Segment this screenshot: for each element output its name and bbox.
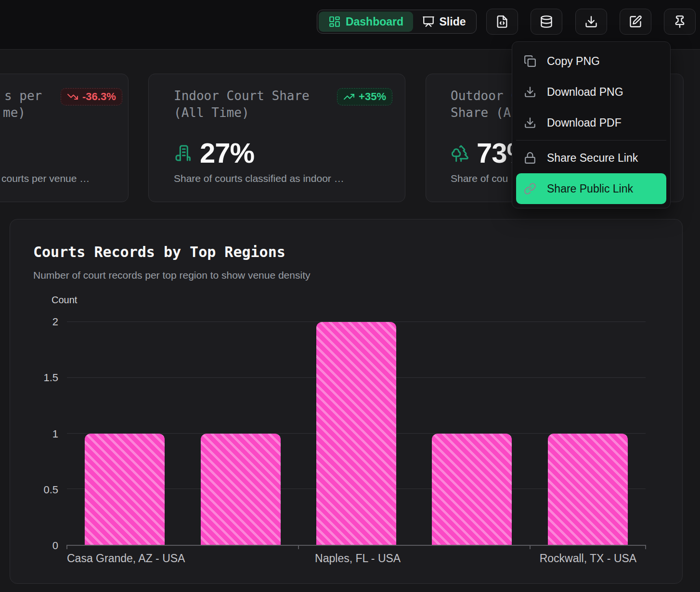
copy-icon — [524, 55, 536, 67]
stat-card-description: Share of courts classified as indoor … — [174, 173, 344, 184]
export-share-menu: Copy PNG Download PNG Download PDF Share… — [512, 41, 671, 208]
tab-slide-label: Slide — [440, 15, 466, 28]
stat-card-title-line1: Indoor Court Share — [174, 88, 310, 104]
tab-dashboard[interactable]: Dashboard — [319, 12, 413, 32]
bar[interactable] — [548, 434, 628, 545]
x-axis-label — [185, 552, 300, 565]
x-axis-label: Casa Grande, AZ - USA — [67, 552, 185, 565]
y-axis-title: Count — [52, 295, 77, 306]
stat-card-description: courts per venue … — [1, 173, 90, 184]
menu-item-label: Share Secure Link — [547, 152, 638, 165]
menu-item-copy-png[interactable]: Copy PNG — [516, 46, 666, 77]
x-axis-labels: Casa Grande, AZ - USANaples, FL - USARoc… — [67, 552, 646, 565]
y-tick-label: 0 — [52, 540, 58, 552]
y-axis-ticks: 00.511.52 — [28, 322, 58, 546]
chart-title: Courts Records by Top Regions — [33, 244, 285, 260]
pin-button[interactable] — [664, 9, 696, 35]
y-tick-label: 0.5 — [43, 484, 58, 496]
plot-wrap: 00.511.52 Casa Grande, AZ - USANaples, F… — [67, 322, 646, 546]
tab-slide[interactable]: Slide — [413, 12, 475, 32]
x-axis-tick — [66, 545, 67, 549]
download-icon — [584, 15, 598, 28]
bar-band — [182, 322, 298, 545]
x-axis-label — [415, 552, 531, 565]
database-button[interactable] — [531, 9, 562, 35]
stat-value: 27% — [200, 137, 254, 169]
square-pen-icon — [629, 15, 642, 28]
menu-item-share-public-link[interactable]: Share Public Link — [516, 173, 666, 204]
menu-item-download-png[interactable]: Download PNG — [516, 77, 666, 107]
x-axis-label: Naples, FL - USA — [300, 552, 415, 565]
pin-icon — [673, 15, 687, 28]
trending-up-icon — [343, 91, 355, 103]
menu-item-label: Download PDF — [547, 116, 622, 129]
database-icon — [540, 15, 553, 28]
file-code-button[interactable] — [486, 9, 518, 35]
building-icon — [174, 143, 193, 163]
bar-band — [530, 322, 646, 545]
trend-badge: -36.3% — [61, 88, 122, 105]
stat-card-title-line2: me) — [3, 104, 26, 121]
x-axis-label: Rockwall, TX - USA — [531, 552, 646, 565]
stat-card-courts-per-venue: s per me) -36.3% courts per venue … — [0, 74, 129, 202]
trend-badge: +35% — [337, 88, 392, 105]
trees-icon — [451, 143, 470, 163]
tab-dashboard-label: Dashboard — [346, 15, 403, 28]
bar[interactable] — [316, 322, 396, 545]
x-axis-tick — [530, 545, 531, 549]
bar[interactable] — [201, 434, 281, 545]
bar[interactable] — [85, 434, 165, 545]
x-axis-tick — [298, 545, 299, 549]
stat-card-description: Share of cou — [451, 173, 508, 184]
chart-card: Courts Records by Top Regions Number of … — [10, 219, 683, 584]
y-tick-label: 1 — [52, 428, 58, 440]
bar-band — [414, 322, 530, 545]
y-tick-label: 1.5 — [43, 372, 58, 384]
menu-item-label: Download PNG — [547, 86, 623, 99]
presentation-icon — [422, 15, 435, 28]
menu-item-label: Share Public Link — [547, 182, 633, 195]
download-button[interactable] — [575, 9, 607, 35]
dashboard-grid-icon — [328, 15, 341, 28]
menu-item-share-secure-link[interactable]: Share Secure Link — [516, 142, 666, 173]
bar[interactable] — [432, 434, 512, 545]
menu-item-download-pdf[interactable]: Download PDF — [516, 107, 666, 138]
x-axis-tick — [645, 545, 646, 549]
download-icon — [524, 116, 536, 129]
view-toggle: Dashboard Slide — [317, 10, 477, 34]
trend-badge-value: +35% — [359, 90, 386, 103]
trend-badge-value: -36.3% — [82, 90, 116, 103]
stat-card-title-line2: (All Time) — [174, 104, 249, 121]
y-tick-label: 2 — [52, 316, 58, 328]
file-code-icon — [495, 15, 509, 28]
bar-band — [298, 322, 414, 545]
lock-icon — [524, 152, 536, 164]
menu-item-label: Copy PNG — [547, 55, 600, 68]
menu-divider — [516, 140, 666, 141]
stat-card-title-line1: s per — [4, 88, 42, 104]
bar-band — [67, 322, 182, 545]
stat-card-indoor-share: Indoor Court Share (All Time) +35% 27% S… — [148, 74, 405, 202]
download-icon — [524, 86, 536, 98]
chart-subtitle: Number of court records per top region t… — [33, 270, 310, 281]
trending-down-icon — [67, 91, 78, 103]
plot-area — [67, 322, 646, 546]
link-icon — [524, 182, 536, 195]
edit-button[interactable] — [620, 9, 651, 35]
